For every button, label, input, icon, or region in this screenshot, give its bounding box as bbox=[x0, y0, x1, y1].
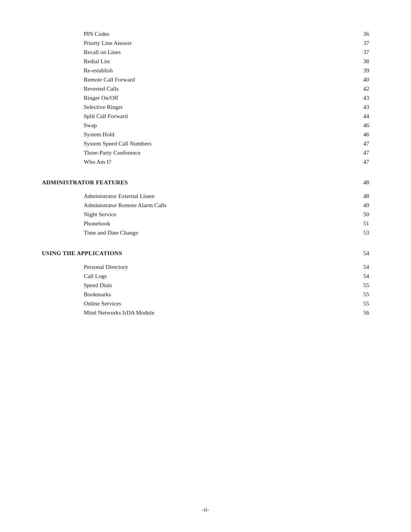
toc-entry: Speed Dials55 bbox=[42, 282, 369, 289]
entry-page-number: 46 bbox=[354, 131, 369, 138]
entry-title: Online Services bbox=[84, 300, 354, 307]
section-title: USING THE APPLICATIONS bbox=[42, 250, 122, 257]
toc-entry: Swap46 bbox=[42, 122, 369, 129]
entry-title: Swap bbox=[84, 122, 354, 129]
entry-page-number: 54 bbox=[354, 264, 369, 270]
entry-page-number: 46 bbox=[354, 122, 369, 129]
entry-page-number: 49 bbox=[354, 202, 369, 209]
entry-title: Re-establish bbox=[84, 67, 354, 74]
section-page-number: 48 bbox=[354, 179, 369, 186]
entry-title: Personal Directory bbox=[84, 264, 354, 270]
entry-page-number: 37 bbox=[354, 49, 369, 56]
entry-page-number: 39 bbox=[354, 67, 369, 74]
section-header-admin-features: ADMINISTRATOR FEATURES48 bbox=[42, 179, 369, 186]
toc-section-using-applications: Personal Directory54Call Logs54Speed Dia… bbox=[42, 264, 369, 316]
entry-title: Remote Call Forward bbox=[84, 76, 354, 83]
entry-title: Mitel Networks IrDA Module bbox=[84, 309, 354, 316]
toc-entry: Administrator External Listen48 bbox=[42, 193, 369, 200]
page-footer: -ii- bbox=[42, 506, 369, 513]
entry-page-number: 38 bbox=[354, 58, 369, 65]
entry-title: System Hold bbox=[84, 131, 354, 138]
toc-entry: PIN Codes36 bbox=[42, 30, 369, 37]
entry-title: Night Service bbox=[84, 211, 354, 218]
entry-page-number: 47 bbox=[354, 140, 369, 147]
footer-text: -ii- bbox=[202, 506, 209, 513]
toc-content: PIN Codes36Priorty Line Answer37Recall o… bbox=[42, 30, 369, 316]
entry-page-number: 47 bbox=[354, 149, 369, 156]
toc-entry: Priorty Line Answer37 bbox=[42, 40, 369, 46]
entry-title: System Speed Call Numbers bbox=[84, 140, 354, 147]
toc-entry: Time and Date Change53 bbox=[42, 229, 369, 236]
entry-page-number: 43 bbox=[354, 104, 369, 110]
entry-title: Administrator Remote Alarm Calls bbox=[84, 202, 354, 209]
toc-entry: Who Am I?47 bbox=[42, 158, 369, 165]
toc-entry: System Speed Call Numbers47 bbox=[42, 140, 369, 147]
entry-title: Recall on Lines bbox=[84, 49, 354, 56]
toc-entry: Split Call Forward44 bbox=[42, 113, 369, 120]
entry-title: Who Am I? bbox=[84, 158, 354, 165]
toc-entry: Re-establish39 bbox=[42, 67, 369, 74]
toc-entry: Remote Call Forward40 bbox=[42, 76, 369, 83]
entry-title: Three-Party Conference bbox=[84, 149, 354, 156]
entry-page-number: 43 bbox=[354, 94, 369, 101]
entry-title: Call Logs bbox=[84, 273, 354, 280]
entry-page-number: 42 bbox=[354, 85, 369, 92]
toc-entry: Administrator Remote Alarm Calls49 bbox=[42, 202, 369, 209]
toc-entry: Call Logs54 bbox=[42, 273, 369, 280]
entry-title: Bookmarks bbox=[84, 291, 354, 298]
toc-entry: Online Services55 bbox=[42, 300, 369, 307]
entry-title: Speed Dials bbox=[84, 282, 354, 289]
entry-page-number: 47 bbox=[354, 158, 369, 165]
toc-entry: Selective Ringer43 bbox=[42, 104, 369, 110]
toc-entry: Reverted Calls42 bbox=[42, 85, 369, 92]
entry-title: Split Call Forward bbox=[84, 113, 354, 120]
toc-entry: Ringer On/Off43 bbox=[42, 94, 369, 101]
entry-title: Ringer On/Off bbox=[84, 94, 354, 101]
entry-title: Priorty Line Answer bbox=[84, 40, 354, 46]
page: PIN Codes36Priorty Line Answer37Recall o… bbox=[42, 0, 369, 532]
toc-entry: Personal Directory54 bbox=[42, 264, 369, 270]
toc-entry: Phonebook51 bbox=[42, 220, 369, 227]
section-title: ADMINISTRATOR FEATURES bbox=[42, 179, 128, 186]
entry-title: Selective Ringer bbox=[84, 104, 354, 110]
entry-title: Redial List bbox=[84, 58, 354, 65]
toc-entry: Redial List38 bbox=[42, 58, 369, 65]
entry-page-number: 36 bbox=[354, 30, 369, 37]
toc-section-top-items: PIN Codes36Priorty Line Answer37Recall o… bbox=[42, 30, 369, 165]
toc-entry: Three-Party Conference47 bbox=[42, 149, 369, 156]
entry-page-number: 53 bbox=[354, 229, 369, 236]
toc-entry: Recall on Lines37 bbox=[42, 49, 369, 56]
entry-title: Administrator External Listen bbox=[84, 193, 354, 200]
entry-page-number: 44 bbox=[354, 113, 369, 120]
entry-title: Reverted Calls bbox=[84, 85, 354, 92]
entry-page-number: 55 bbox=[354, 300, 369, 307]
entry-title: Phonebook bbox=[84, 220, 354, 227]
entry-page-number: 55 bbox=[354, 282, 369, 289]
section-header-using-applications: USING THE APPLICATIONS54 bbox=[42, 250, 369, 257]
entry-page-number: 54 bbox=[354, 273, 369, 280]
entry-page-number: 51 bbox=[354, 220, 369, 227]
section-page-number: 54 bbox=[354, 250, 369, 257]
entry-page-number: 50 bbox=[354, 211, 369, 218]
entry-page-number: 48 bbox=[354, 193, 369, 200]
entry-page-number: 56 bbox=[354, 309, 369, 316]
entry-page-number: 55 bbox=[354, 291, 369, 298]
toc-entry: System Hold46 bbox=[42, 131, 369, 138]
entry-page-number: 37 bbox=[354, 40, 369, 46]
entry-title: Time and Date Change bbox=[84, 229, 354, 236]
toc-entry: Mitel Networks IrDA Module56 bbox=[42, 309, 369, 316]
toc-entry: Bookmarks55 bbox=[42, 291, 369, 298]
toc-section-admin-features: Administrator External Listen48Administr… bbox=[42, 193, 369, 236]
toc-entry: Night Service50 bbox=[42, 211, 369, 218]
entry-title: PIN Codes bbox=[84, 30, 354, 37]
entry-page-number: 40 bbox=[354, 76, 369, 83]
